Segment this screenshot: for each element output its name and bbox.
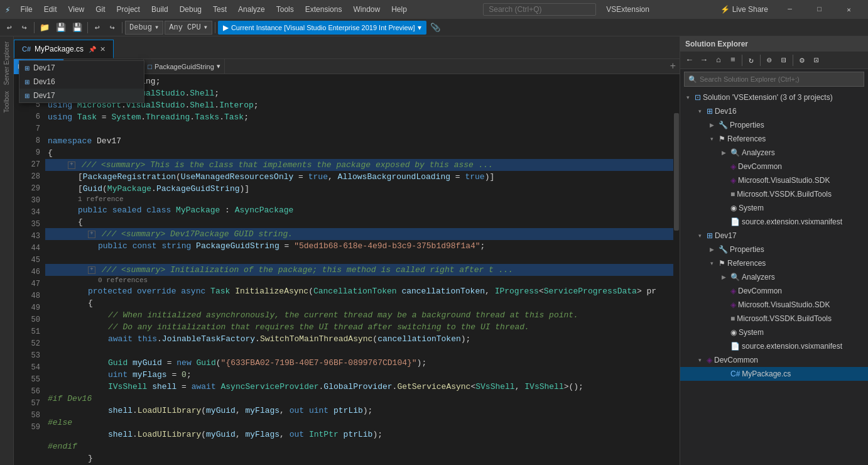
member-dropdown[interactable]: □ PackageGuidString ▾ xyxy=(144,59,224,74)
tree-vssdk-bt-dev17[interactable]: ■ Microsoft.VSSDK.BuildTools xyxy=(680,312,868,326)
code-line-43: protected override async Task Initialize… xyxy=(45,285,680,297)
expand-dev17[interactable]: ▾ xyxy=(695,231,705,241)
branch-label: Dev17 xyxy=(33,63,55,72)
menu-test[interactable]: Test xyxy=(208,4,232,15)
expand-refs-dev16[interactable]: ▾ xyxy=(707,134,717,144)
server-explorer-label[interactable]: Server Explorer xyxy=(2,39,11,87)
toolbar-back-btn[interactable]: ↩ xyxy=(3,21,16,35)
tree-references-dev17[interactable]: ▾ ⚑ References xyxy=(680,256,868,270)
tree-analyzers-dev17[interactable]: ▶ 🔍 Analyzers xyxy=(680,270,868,284)
tree-properties-dev16[interactable]: ▶ 🔧 Properties xyxy=(680,118,868,132)
main-layout: Server Explorer Toolbox C# MyPackage.cs … xyxy=(0,36,868,465)
tree-system-dev16[interactable]: ◉ System xyxy=(680,201,868,215)
menu-edit[interactable]: Edit xyxy=(39,4,62,15)
vs-sdk-dev17-label: Microsoft.VisualStudio.SDK xyxy=(738,300,830,309)
expand-31[interactable]: + xyxy=(88,231,95,238)
expand-props-dev17[interactable]: ▶ xyxy=(707,244,717,254)
expand-36[interactable]: + xyxy=(88,266,95,274)
toolbar-fwd-btn[interactable]: ↪ xyxy=(18,21,31,35)
menu-window[interactable]: Window xyxy=(348,4,385,15)
menu-analyze[interactable]: Analyze xyxy=(233,4,270,15)
menu-help[interactable]: Help xyxy=(386,4,412,15)
platform-dropdown[interactable]: Any CPU ▾ xyxy=(165,21,212,35)
tree-devcommon-dev16[interactable]: ◈ DevCommon xyxy=(680,160,868,173)
code-content[interactable]: using System.Threading; using Microsoft.… xyxy=(45,74,680,465)
expand-refs-dev17[interactable]: ▾ xyxy=(707,258,717,268)
menu-file[interactable]: File xyxy=(15,4,37,15)
toolbar-open-btn[interactable]: 📁 xyxy=(37,21,52,35)
tree-vs-sdk-dev16[interactable]: ◈ Microsoft.VisualStudio.SDK xyxy=(680,173,868,187)
se-refresh-btn[interactable]: ↻ xyxy=(744,53,758,67)
vs-sdk-dev16-icon: ◈ xyxy=(730,176,736,185)
maximize-button[interactable]: □ xyxy=(805,0,833,19)
se-filter-btn[interactable]: ⊟ xyxy=(777,53,791,67)
tree-references-dev16[interactable]: ▾ ⚑ References xyxy=(680,132,868,146)
menu-git[interactable]: Git xyxy=(90,4,110,15)
code-line-34: public const string PackageGuidString = … xyxy=(45,240,680,252)
toolbar-save-btn[interactable]: 💾 xyxy=(53,21,68,35)
properties-dev16-icon: 🔧 xyxy=(719,121,728,129)
expand-props-dev16[interactable]: ▶ xyxy=(707,120,717,130)
toolbar-redo-btn[interactable]: ↪ xyxy=(106,21,119,35)
menu-build[interactable]: Build xyxy=(146,4,173,15)
code-line-45: // When initialized asynchronously, the … xyxy=(45,309,680,321)
tab-pin-icon[interactable]: 📌 xyxy=(89,46,96,53)
tree-project-devcommon[interactable]: ▾ ◈ DevCommon xyxy=(680,353,868,367)
tree-project-dev16[interactable]: ▾ ⊞ Dev16 xyxy=(680,104,868,118)
tab-mypackage[interactable]: C# MyPackage.cs 📌 ✕ xyxy=(14,40,114,58)
tree-vssdk-bt-dev16[interactable]: ■ Microsoft.VSSDK.BuildTools xyxy=(680,187,868,201)
expand-devcommon[interactable]: ▾ xyxy=(695,355,705,365)
tree-analyzers-dev16[interactable]: ▶ 🔍 Analyzers xyxy=(680,146,868,160)
toolbar-undo-btn[interactable]: ↩ xyxy=(90,21,104,35)
editor-scrollbar[interactable] xyxy=(673,74,680,465)
tree-manifest-dev17[interactable]: 📄 source.extension.vsixmanifest xyxy=(680,339,868,353)
tab-close-btn[interactable]: ✕ xyxy=(100,45,106,53)
tree-system-dev17[interactable]: ◉ System xyxy=(680,326,868,339)
tree-project-dev17[interactable]: ▾ ⊞ Dev17 xyxy=(680,229,868,243)
close-button[interactable]: ✕ xyxy=(835,0,863,19)
se-home-btn[interactable]: ⌂ xyxy=(712,53,725,67)
tree-manifest-dev16[interactable]: 📄 source.extension.vsixmanifest xyxy=(680,215,868,229)
se-search-input[interactable] xyxy=(700,75,860,83)
menu-view[interactable]: View xyxy=(63,4,89,15)
toolbar-attach-btn[interactable]: 📎 xyxy=(428,21,443,35)
branch-item-dev17-selected[interactable]: ⊞ Dev17 xyxy=(19,89,144,102)
member-label: PackageGuidString xyxy=(155,63,214,70)
se-fwd-btn[interactable]: → xyxy=(697,53,711,67)
tree-properties-dev17[interactable]: ▶ 🔧 Properties xyxy=(680,243,868,256)
menu-tools[interactable]: Tools xyxy=(271,4,299,15)
menu-debug[interactable]: Debug xyxy=(175,4,207,15)
debug-config-dropdown[interactable]: Debug ▾ xyxy=(125,21,163,35)
tree-solution[interactable]: ▾ ⊡ Solution 'VSExtension' (3 of 3 proje… xyxy=(680,90,868,104)
tree-devcommon-dev17[interactable]: ◈ DevCommon xyxy=(680,284,868,298)
title-search-input[interactable] xyxy=(483,3,596,16)
expand-analyzers-dev17[interactable]: ▶ xyxy=(719,272,729,282)
se-collapse-btn[interactable]: ⊖ xyxy=(762,53,776,67)
expand-dev16[interactable]: ▾ xyxy=(695,106,705,116)
menu-project[interactable]: Project xyxy=(112,4,145,15)
run-button[interactable]: ▶ Current Instance [Visual Studio Enterp… xyxy=(218,21,426,35)
se-settings-btn[interactable]: ⚙ xyxy=(795,53,809,67)
menu-extensions[interactable]: Extensions xyxy=(300,4,347,15)
expand-solution[interactable]: ▾ xyxy=(683,92,693,102)
se-props-btn[interactable]: ≡ xyxy=(726,53,740,67)
toolbar-saveall-btn[interactable]: 💾 xyxy=(70,21,85,35)
code-line-6: using Task = System.Threading.Tasks.Task… xyxy=(45,111,680,123)
code-line-35 xyxy=(45,252,680,264)
live-share-btn[interactable]: ⚡ Live Share xyxy=(720,5,768,14)
add-tab-btn[interactable]: + xyxy=(666,59,680,74)
expand-analyzers-dev16[interactable]: ▶ xyxy=(719,148,729,158)
toolbox-label[interactable]: Toolbox xyxy=(2,89,11,115)
tree-mypackage-cs[interactable]: C# MyPackage.cs xyxy=(680,367,868,381)
vs-sdk-dev17-icon: ◈ xyxy=(730,300,736,309)
devcommon-dev17-label: DevCommon xyxy=(738,287,782,295)
se-close-btn[interactable]: ⊡ xyxy=(810,53,823,67)
se-search[interactable]: 🔍 xyxy=(684,72,864,87)
member-chevron: ▾ xyxy=(217,62,220,70)
branch-item-dev16[interactable]: ⊞ Dev16 xyxy=(19,75,144,89)
expand-26[interactable]: + xyxy=(68,161,75,169)
tree-vs-sdk-dev17[interactable]: ◈ Microsoft.VisualStudio.SDK xyxy=(680,298,868,312)
minimize-button[interactable]: ─ xyxy=(776,0,804,19)
se-back-btn[interactable]: ← xyxy=(683,53,697,67)
branch-item-dev17-top[interactable]: ⊞ Dev17 xyxy=(19,61,144,75)
